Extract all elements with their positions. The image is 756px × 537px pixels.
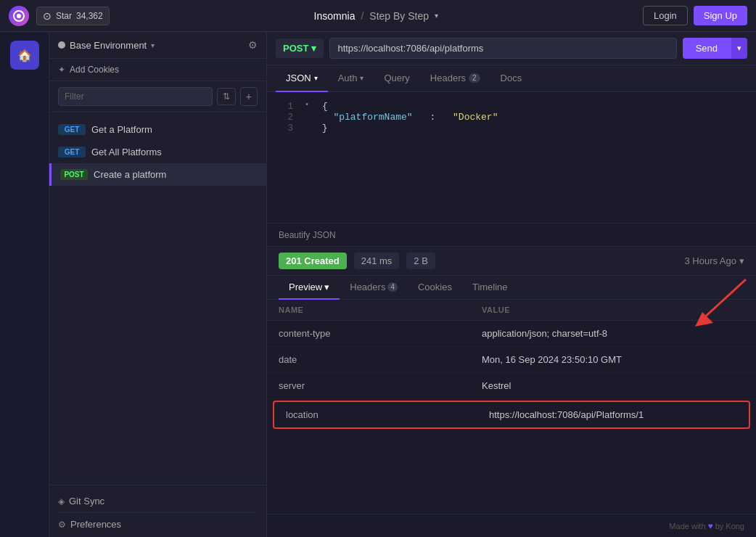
heart-icon: ♥ (708, 521, 713, 531)
filter-input[interactable] (58, 87, 213, 106)
git-sync-row[interactable]: ◈ Git Sync (58, 493, 258, 509)
home-button[interactable]: 🏠 (10, 41, 39, 70)
star-label: Star (56, 11, 72, 21)
main-layout: 🏠 Base Environment ▾ ⚙ ✦ Add Cookies ⇅ +… (0, 32, 756, 537)
env-name: Base Environment (70, 40, 147, 51)
github-icon: ⊙ (43, 10, 52, 22)
env-selector[interactable]: Base Environment ▾ (58, 40, 155, 51)
env-chevron-icon: ▾ (151, 41, 155, 49)
col-value-header: VALUE (482, 306, 744, 314)
tab-headers-label: Headers (430, 73, 466, 83)
response-status-bar: 201 Created 241 ms 2 B 3 Hours Ago ▾ (267, 247, 756, 276)
url-input[interactable] (329, 38, 676, 59)
tab-docs-label: Docs (501, 73, 522, 83)
request-item-create-platform[interactable]: POST Create a platform (49, 163, 266, 186)
preferences-label: Preferences (70, 519, 121, 530)
star-button[interactable]: ⊙ Star 34,362 (36, 7, 110, 25)
request-name: Get All Platforms (91, 147, 162, 157)
add-cookies-label[interactable]: Add Cookies (70, 65, 119, 75)
star-count: 34,362 (76, 11, 103, 21)
project-name: Step By Step (369, 10, 429, 22)
post-method-badge: POST (60, 169, 88, 180)
header-val-date: Mon, 16 Sep 2024 23:50:10 GMT (482, 354, 744, 365)
status-201-badge: 201 Created (279, 253, 347, 269)
resp-headers-label: Headers (350, 282, 385, 292)
request-item-get-platform[interactable]: GET Get a Platform (49, 118, 266, 141)
status-bar-wrapper: 201 Created 241 ms 2 B 3 Hours Ago ▾ (267, 247, 756, 276)
request-name: Create a platform (94, 169, 166, 180)
request-item-get-all-platforms[interactable]: GET Get All Platforms (49, 141, 266, 163)
url-bar: POST ▾ Send ▾ (267, 32, 756, 65)
method-selector[interactable]: POST ▾ (276, 38, 324, 58)
login-button[interactable]: Login (643, 6, 688, 25)
tab-docs[interactable]: Docs (490, 65, 533, 92)
time-ago-dropdown-icon: ▾ (739, 255, 744, 266)
request-tabs: JSON ▾ Auth ▾ Query Headers 2 Docs (267, 65, 756, 92)
response-time-pill: 241 ms (354, 253, 400, 269)
svg-point-1 (17, 14, 21, 18)
made-with-footer: Made with ♥ by Kong (669, 521, 744, 531)
beautify-row: Beautify JSON (267, 223, 756, 247)
json-line-1: 1 • { (279, 101, 744, 112)
request-list: GET Get a Platform GET Get All Platforms… (49, 112, 266, 485)
header-val-content-type: application/json; charset=utf-8 (482, 328, 744, 339)
preferences-gear-icon: ⚙ (58, 520, 66, 530)
response-size-pill: 2 B (406, 253, 435, 269)
diamond-icon: ◈ (58, 496, 65, 507)
resp-tab-cookies[interactable]: Cookies (408, 276, 462, 300)
environment-bar: Base Environment ▾ ⚙ (49, 32, 266, 59)
app-name: Insomnia (314, 10, 356, 22)
app-logo (9, 6, 29, 26)
header-row-content-type: content-type application/json; charset=u… (267, 321, 756, 347)
tab-query[interactable]: Query (374, 65, 419, 92)
tab-auth-dropdown-icon: ▾ (360, 74, 363, 82)
resp-tab-headers[interactable]: Headers 4 (340, 276, 408, 300)
resp-preview-dropdown-icon: ▾ (324, 282, 329, 292)
send-dropdown-button[interactable]: ▾ (731, 38, 747, 59)
resp-tab-timeline[interactable]: Timeline (462, 276, 518, 300)
header-val-server: Kestrel (482, 380, 744, 391)
get-method-badge: GET (58, 124, 86, 135)
json-line-2: 2 "platformName" : "Docker" (279, 112, 744, 123)
resp-tab-preview[interactable]: Preview ▾ (279, 276, 340, 300)
left-footer: ◈ Git Sync ⚙ Preferences (49, 485, 266, 537)
table-header: NAME VALUE (267, 300, 756, 321)
send-btn-group: Send ▾ (683, 38, 747, 59)
col-name-header: NAME (279, 306, 482, 314)
made-with-label: Made with (669, 522, 705, 530)
add-request-button[interactable]: + (240, 87, 258, 106)
by-label: by Kong (715, 522, 744, 530)
header-row-date: date Mon, 16 Sep 2024 23:50:10 GMT (267, 347, 756, 373)
tab-auth[interactable]: Auth ▾ (328, 65, 374, 92)
request-name: Get a Platform (91, 124, 152, 135)
tab-json-label: JSON (286, 73, 311, 83)
header-row-server: server Kestrel (267, 373, 756, 399)
resp-preview-label: Preview (289, 282, 322, 292)
tab-json-dropdown-icon: ▾ (314, 74, 318, 82)
git-sync-label: Git Sync (69, 496, 104, 507)
tab-auth-label: Auth (338, 73, 358, 83)
top-navigation: ⊙ Star 34,362 Insomnia / Step By Step ▾ … (0, 0, 756, 32)
time-ago-display[interactable]: 3 Hours Ago ▾ (684, 255, 744, 266)
json-editor[interactable]: 1 • { 2 "platformName" : "Docker" 3 } (267, 92, 756, 223)
settings-gear-icon[interactable]: ⚙ (248, 39, 258, 51)
resp-headers-badge: 4 (387, 282, 398, 292)
beautify-link[interactable]: Beautify JSON (279, 230, 336, 240)
filter-row: ⇅ + (49, 81, 266, 112)
resp-timeline-label: Timeline (472, 282, 508, 292)
send-button[interactable]: Send (683, 38, 731, 59)
tab-json[interactable]: JSON ▾ (276, 65, 328, 92)
tab-query-label: Query (384, 73, 409, 83)
header-key-location: location (286, 409, 489, 420)
header-key-date: date (279, 354, 482, 365)
signup-button[interactable]: Sign Up (694, 6, 747, 25)
cookies-row: ✦ Add Cookies (49, 59, 266, 81)
response-tabs: Preview ▾ Headers 4 Cookies Timeline (267, 276, 756, 300)
sort-button[interactable]: ⇅ (217, 88, 236, 105)
tab-headers[interactable]: Headers 2 (420, 65, 490, 92)
preferences-row[interactable]: ⚙ Preferences (58, 512, 258, 530)
chevron-down-icon[interactable]: ▾ (435, 12, 438, 20)
resp-cookies-label: Cookies (418, 282, 452, 292)
method-label: POST (283, 43, 308, 54)
icon-sidebar: 🏠 (0, 32, 49, 537)
